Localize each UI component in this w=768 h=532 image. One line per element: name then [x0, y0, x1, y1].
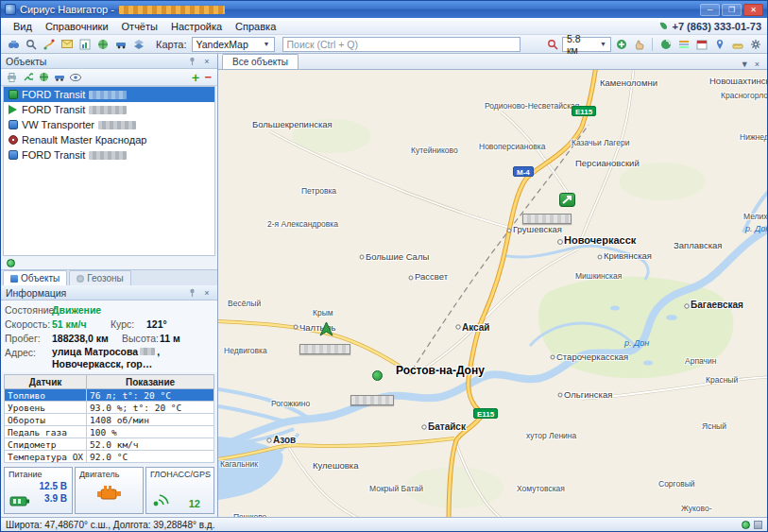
map-tab-all-objects[interactable]: Все объекты: [222, 54, 299, 69]
vehicle-marker-chaltyr[interactable]: [318, 321, 334, 337]
vehicle-marker-rostov[interactable]: [372, 370, 383, 381]
title-bar: Сириус Навигатор - ─ ❐ ✕: [1, 1, 767, 18]
add-object-button[interactable]: ＋: [189, 71, 201, 83]
legend-icon[interactable]: [675, 37, 691, 52]
menu-vid[interactable]: Вид: [7, 20, 39, 33]
sensor-row[interactable]: Педаль газа100 %: [5, 426, 214, 438]
truck-green-icon: [9, 90, 18, 99]
pan-hand-icon[interactable]: [631, 37, 647, 52]
globe-icon[interactable]: [94, 37, 111, 52]
sensor-value: 93.0 %; t°: 20 °C: [87, 402, 214, 414]
sensor-value: 76 л; t°: 20 °C: [87, 389, 214, 402]
tab-geozones-label: Геозоны: [87, 273, 124, 283]
search-input[interactable]: [282, 37, 521, 52]
map-label: Ростов-на-Дону: [396, 364, 485, 377]
pin-icon[interactable]: [186, 287, 197, 299]
map-label: Весёлый: [228, 299, 261, 308]
sensor-row[interactable]: Обороты1408 об/мин: [5, 414, 214, 426]
sensor-row[interactable]: Спидометр52.0 км/ч: [5, 438, 214, 451]
map-select[interactable]: YandexMap ▼: [192, 37, 275, 52]
sensor-row[interactable]: Температура ОХ92.0 °C: [5, 451, 214, 463]
binoculars-icon[interactable]: [5, 37, 21, 52]
vehicle-icon[interactable]: [112, 37, 128, 52]
pin-icon[interactable]: [186, 56, 197, 67]
objects-panel-header: Объекты ×: [1, 54, 217, 69]
vehicle-map-label[interactable]: [299, 344, 350, 354]
car-icon[interactable]: [53, 71, 66, 83]
tab-objects[interactable]: Объекты: [3, 270, 67, 285]
map-label: Пешково: [233, 512, 266, 517]
calendar-icon[interactable]: [693, 37, 709, 52]
menu-nastroyka[interactable]: Настройка: [164, 20, 229, 33]
map-label: Кулешовка: [313, 460, 359, 471]
map-label: Недвиговка: [224, 346, 267, 355]
find-on-map-icon[interactable]: [544, 37, 560, 52]
close-icon[interactable]: ×: [201, 56, 213, 67]
chevron-down-icon: ▼: [264, 41, 270, 47]
printer-icon[interactable]: [5, 71, 18, 83]
close-button[interactable]: ✕: [743, 4, 763, 16]
object-row[interactable]: FORD Transit: [4, 102, 214, 117]
sensor-row[interactable]: Уровень93.0 %; t°: 20 °C: [5, 402, 214, 414]
layers-icon[interactable]: [130, 37, 146, 52]
sensor-name: Температура ОХ: [5, 451, 87, 463]
map-label: Новочеркасск: [564, 234, 636, 246]
vehicle-map-label[interactable]: [350, 395, 394, 405]
zoom-scale-select[interactable]: 5.8 км ▼: [562, 37, 611, 52]
map-tab-bar: Все объекты ▼ ×: [218, 54, 767, 70]
map-label: Крым: [313, 308, 333, 317]
menu-spravka[interactable]: Справка: [229, 20, 282, 33]
report-icon[interactable]: [77, 37, 93, 52]
sensor-name: Обороты: [5, 414, 87, 426]
minimize-button[interactable]: ─: [700, 4, 720, 16]
object-label: FORD Transit: [22, 104, 85, 115]
resize-grip-icon[interactable]: [754, 521, 762, 529]
sensor-table-body: Топливо76 л; t°: 20 °CУровень93.0 %; t°:…: [5, 389, 214, 463]
wrench-icon[interactable]: [21, 71, 34, 83]
object-row[interactable]: Renault Master Краснодар: [4, 132, 214, 147]
redacted-text: [98, 121, 136, 129]
power-voltage-backup: 3.9 В: [40, 492, 67, 505]
close-icon[interactable]: ×: [201, 287, 213, 299]
map-label: Арпачин: [685, 356, 716, 366]
remove-object-button[interactable]: −: [204, 71, 212, 83]
redacted-text: [119, 6, 225, 14]
route-icon[interactable]: [41, 37, 57, 52]
traffic-icon[interactable]: [657, 37, 674, 52]
mileage-label: Пробег:: [5, 332, 52, 346]
map-select-label: Карта:: [156, 39, 187, 50]
eye-icon[interactable]: [69, 71, 82, 83]
map-canvas[interactable]: КаменоломниНовошахтинскийКрасногорловкаР…: [218, 70, 767, 517]
object-row[interactable]: FORD Transit: [4, 147, 214, 163]
arrow-green-icon: [9, 105, 17, 114]
object-row[interactable]: FORD Transit: [4, 87, 214, 102]
vehicle-map-label[interactable]: [522, 214, 572, 224]
object-label: Renault Master Краснодар: [22, 134, 146, 146]
sensor-row[interactable]: Топливо76 л; t°: 20 °C: [5, 389, 214, 402]
main-toolbar: Карта: YandexMap ▼ 5.8 км ▼: [1, 35, 767, 54]
chevron-down-icon[interactable]: ▼: [741, 60, 749, 69]
map-label: Жуково-: [681, 504, 712, 513]
zoom-in-icon[interactable]: [613, 37, 629, 52]
map-label: Большие Салы: [366, 251, 429, 262]
map-label: Заплавская: [674, 240, 722, 250]
object-row[interactable]: VW Transporter: [4, 117, 214, 132]
address-label: Адрес:: [5, 346, 52, 360]
vehicle-marker-novocherkassk[interactable]: [559, 193, 575, 207]
map-pin-icon[interactable]: [711, 37, 727, 52]
settings-icon[interactable]: [747, 37, 763, 52]
address-value: улица Матросова, Новочеркасск, гор…: [52, 346, 213, 370]
menu-spravochniki[interactable]: Справочники: [39, 20, 115, 33]
truck-arrow-icon: [561, 195, 573, 205]
map-label: р. Дон: [745, 224, 767, 233]
menu-otchety[interactable]: Отчёты: [115, 20, 164, 33]
gnss-satellite-count: 12: [189, 498, 200, 509]
mail-icon[interactable]: [59, 37, 75, 52]
close-icon[interactable]: ×: [755, 60, 759, 69]
magnifier-icon[interactable]: [23, 37, 39, 52]
measure-icon[interactable]: [729, 37, 745, 52]
maximize-button[interactable]: ❐: [722, 4, 742, 16]
sensor-value: 52.0 км/ч: [87, 438, 214, 451]
tab-geozones[interactable]: Геозоны: [69, 270, 131, 285]
globe-icon[interactable]: [37, 71, 50, 83]
